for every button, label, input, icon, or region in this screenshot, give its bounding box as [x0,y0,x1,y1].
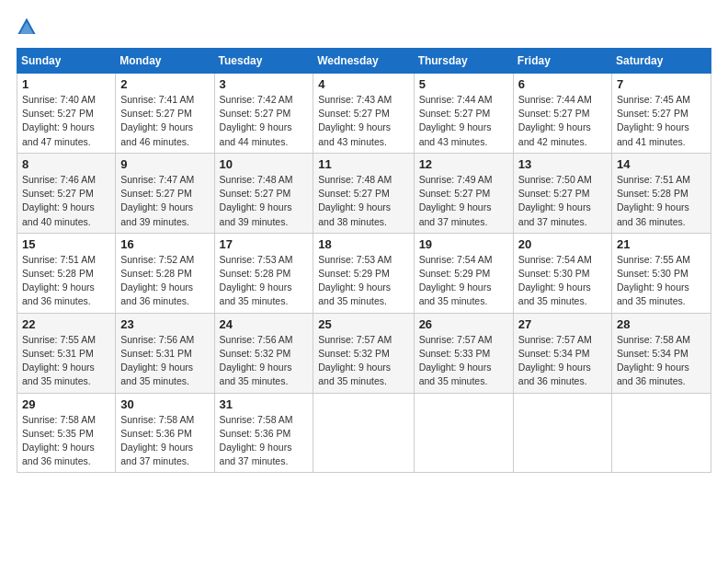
day-cell: 19Sunrise: 7:54 AM Sunset: 5:29 PM Dayli… [414,233,513,313]
day-cell: 28Sunrise: 7:58 AM Sunset: 5:34 PM Dayli… [612,313,711,393]
day-info: Sunrise: 7:57 AM Sunset: 5:32 PM Dayligh… [318,333,408,389]
day-cell: 20Sunrise: 7:54 AM Sunset: 5:30 PM Dayli… [513,233,611,313]
day-cell: 2Sunrise: 7:41 AM Sunset: 5:27 PM Daylig… [116,74,214,154]
day-number: 26 [419,317,508,331]
day-info: Sunrise: 7:53 AM Sunset: 5:28 PM Dayligh… [220,253,309,309]
week-row-5: 29Sunrise: 7:58 AM Sunset: 5:35 PM Dayli… [17,393,711,473]
day-info: Sunrise: 7:56 AM Sunset: 5:32 PM Dayligh… [220,333,309,389]
day-info: Sunrise: 7:57 AM Sunset: 5:33 PM Dayligh… [419,333,508,389]
day-cell: 5Sunrise: 7:44 AM Sunset: 5:27 PM Daylig… [414,74,513,154]
day-cell: 30Sunrise: 7:58 AM Sunset: 5:36 PM Dayli… [116,393,214,473]
day-cell: 1Sunrise: 7:40 AM Sunset: 5:27 PM Daylig… [17,74,116,154]
col-header-friday: Friday [513,49,611,74]
day-cell: 14Sunrise: 7:51 AM Sunset: 5:28 PM Dayli… [612,153,711,233]
day-number: 8 [22,157,110,171]
col-header-thursday: Thursday [414,49,513,74]
day-number: 27 [518,317,607,331]
day-cell: 15Sunrise: 7:51 AM Sunset: 5:28 PM Dayli… [17,233,116,313]
day-info: Sunrise: 7:57 AM Sunset: 5:34 PM Dayligh… [518,333,607,389]
day-number: 24 [220,317,309,331]
day-number: 11 [318,157,408,171]
day-info: Sunrise: 7:43 AM Sunset: 5:27 PM Dayligh… [318,93,408,149]
logo [17,17,40,37]
day-number: 4 [318,77,408,91]
day-cell [313,393,414,473]
day-cell: 31Sunrise: 7:58 AM Sunset: 5:36 PM Dayli… [214,393,313,473]
day-cell: 6Sunrise: 7:44 AM Sunset: 5:27 PM Daylig… [513,74,611,154]
day-info: Sunrise: 7:54 AM Sunset: 5:30 PM Dayligh… [518,253,607,309]
col-header-monday: Monday [116,49,214,74]
day-number: 16 [120,237,209,251]
day-cell: 11Sunrise: 7:48 AM Sunset: 5:27 PM Dayli… [313,153,414,233]
day-cell [414,393,513,473]
day-cell: 23Sunrise: 7:56 AM Sunset: 5:31 PM Dayli… [116,313,214,393]
day-info: Sunrise: 7:54 AM Sunset: 5:29 PM Dayligh… [419,253,508,309]
day-cell: 7Sunrise: 7:45 AM Sunset: 5:27 PM Daylig… [612,74,711,154]
day-number: 22 [22,317,110,331]
day-number: 20 [518,237,607,251]
day-number: 3 [220,77,309,91]
col-header-tuesday: Tuesday [214,49,313,74]
day-info: Sunrise: 7:49 AM Sunset: 5:27 PM Dayligh… [419,173,508,229]
col-header-sunday: Sunday [17,49,116,74]
day-cell: 13Sunrise: 7:50 AM Sunset: 5:27 PM Dayli… [513,153,611,233]
day-cell [612,393,711,473]
col-header-wednesday: Wednesday [313,49,414,74]
day-info: Sunrise: 7:56 AM Sunset: 5:31 PM Dayligh… [120,333,209,389]
page: SundayMondayTuesdayWednesdayThursdayFrid… [0,0,728,563]
day-number: 31 [220,397,309,411]
day-info: Sunrise: 7:40 AM Sunset: 5:27 PM Dayligh… [22,93,110,149]
day-info: Sunrise: 7:51 AM Sunset: 5:28 PM Dayligh… [617,173,706,229]
day-cell: 24Sunrise: 7:56 AM Sunset: 5:32 PM Dayli… [214,313,313,393]
day-info: Sunrise: 7:50 AM Sunset: 5:27 PM Dayligh… [518,173,607,229]
day-info: Sunrise: 7:58 AM Sunset: 5:35 PM Dayligh… [22,413,110,469]
day-info: Sunrise: 7:52 AM Sunset: 5:28 PM Dayligh… [120,253,209,309]
day-info: Sunrise: 7:47 AM Sunset: 5:27 PM Dayligh… [120,173,209,229]
day-info: Sunrise: 7:58 AM Sunset: 5:36 PM Dayligh… [120,413,209,469]
day-cell: 3Sunrise: 7:42 AM Sunset: 5:27 PM Daylig… [214,74,313,154]
day-cell: 9Sunrise: 7:47 AM Sunset: 5:27 PM Daylig… [116,153,214,233]
week-row-4: 22Sunrise: 7:55 AM Sunset: 5:31 PM Dayli… [17,313,711,393]
day-number: 19 [419,237,508,251]
day-cell: 27Sunrise: 7:57 AM Sunset: 5:34 PM Dayli… [513,313,611,393]
day-number: 2 [120,77,209,91]
day-number: 12 [419,157,508,171]
day-number: 5 [419,77,508,91]
day-info: Sunrise: 7:46 AM Sunset: 5:27 PM Dayligh… [22,173,110,229]
day-number: 21 [617,237,706,251]
calendar-table: SundayMondayTuesdayWednesdayThursdayFrid… [17,48,711,473]
day-number: 28 [617,317,706,331]
day-cell: 16Sunrise: 7:52 AM Sunset: 5:28 PM Dayli… [116,233,214,313]
day-number: 10 [220,157,309,171]
day-cell: 10Sunrise: 7:48 AM Sunset: 5:27 PM Dayli… [214,153,313,233]
week-row-3: 15Sunrise: 7:51 AM Sunset: 5:28 PM Dayli… [17,233,711,313]
day-info: Sunrise: 7:41 AM Sunset: 5:27 PM Dayligh… [120,93,209,149]
day-info: Sunrise: 7:51 AM Sunset: 5:28 PM Dayligh… [22,253,110,309]
day-number: 6 [518,77,607,91]
day-info: Sunrise: 7:48 AM Sunset: 5:27 PM Dayligh… [220,173,309,229]
day-cell: 26Sunrise: 7:57 AM Sunset: 5:33 PM Dayli… [414,313,513,393]
day-info: Sunrise: 7:42 AM Sunset: 5:27 PM Dayligh… [220,93,309,149]
week-row-1: 1Sunrise: 7:40 AM Sunset: 5:27 PM Daylig… [17,74,711,154]
day-info: Sunrise: 7:44 AM Sunset: 5:27 PM Dayligh… [419,93,508,149]
day-number: 23 [120,317,209,331]
day-number: 29 [22,397,110,411]
day-number: 30 [120,397,209,411]
day-cell: 4Sunrise: 7:43 AM Sunset: 5:27 PM Daylig… [313,74,414,154]
day-number: 7 [617,77,706,91]
week-row-2: 8Sunrise: 7:46 AM Sunset: 5:27 PM Daylig… [17,153,711,233]
day-cell: 12Sunrise: 7:49 AM Sunset: 5:27 PM Dayli… [414,153,513,233]
day-number: 13 [518,157,607,171]
day-info: Sunrise: 7:58 AM Sunset: 5:34 PM Dayligh… [617,333,706,389]
day-number: 17 [220,237,309,251]
col-header-saturday: Saturday [612,49,711,74]
day-info: Sunrise: 7:55 AM Sunset: 5:30 PM Dayligh… [617,253,706,309]
day-info: Sunrise: 7:55 AM Sunset: 5:31 PM Dayligh… [22,333,110,389]
day-info: Sunrise: 7:53 AM Sunset: 5:29 PM Dayligh… [318,253,408,309]
day-cell: 29Sunrise: 7:58 AM Sunset: 5:35 PM Dayli… [17,393,116,473]
day-info: Sunrise: 7:48 AM Sunset: 5:27 PM Dayligh… [318,173,408,229]
day-cell: 22Sunrise: 7:55 AM Sunset: 5:31 PM Dayli… [17,313,116,393]
day-info: Sunrise: 7:58 AM Sunset: 5:36 PM Dayligh… [220,413,309,469]
day-number: 15 [22,237,110,251]
day-number: 1 [22,77,110,91]
